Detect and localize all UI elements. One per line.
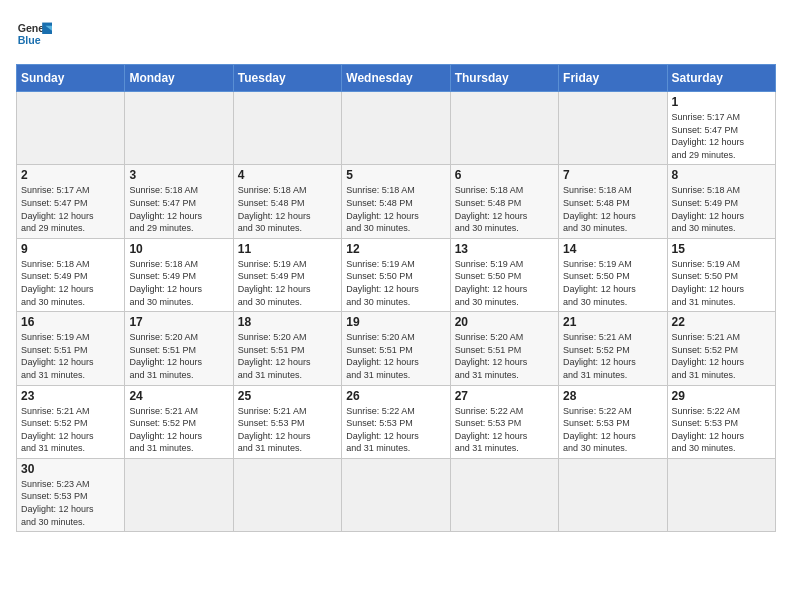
calendar-cell-3-6: 22Sunrise: 5:21 AMSunset: 5:52 PMDayligh…: [667, 312, 775, 385]
calendar-cell-4-5: 28Sunrise: 5:22 AMSunset: 5:53 PMDayligh…: [559, 385, 667, 458]
header-cell-sunday: Sunday: [17, 65, 125, 92]
calendar-cell-0-1: [125, 92, 233, 165]
day-number: 2: [21, 168, 120, 182]
day-number: 4: [238, 168, 337, 182]
day-info: Sunrise: 5:21 AMSunset: 5:52 PMDaylight:…: [672, 331, 771, 381]
header-cell-wednesday: Wednesday: [342, 65, 450, 92]
day-info: Sunrise: 5:17 AMSunset: 5:47 PMDaylight:…: [672, 111, 771, 161]
calendar-cell-1-1: 3Sunrise: 5:18 AMSunset: 5:47 PMDaylight…: [125, 165, 233, 238]
day-number: 30: [21, 462, 120, 476]
day-number: 29: [672, 389, 771, 403]
calendar-cell-3-1: 17Sunrise: 5:20 AMSunset: 5:51 PMDayligh…: [125, 312, 233, 385]
day-info: Sunrise: 5:22 AMSunset: 5:53 PMDaylight:…: [672, 405, 771, 455]
calendar-cell-4-6: 29Sunrise: 5:22 AMSunset: 5:53 PMDayligh…: [667, 385, 775, 458]
day-number: 21: [563, 315, 662, 329]
calendar-week-3: 16Sunrise: 5:19 AMSunset: 5:51 PMDayligh…: [17, 312, 776, 385]
day-number: 12: [346, 242, 445, 256]
calendar-cell-4-1: 24Sunrise: 5:21 AMSunset: 5:52 PMDayligh…: [125, 385, 233, 458]
day-number: 5: [346, 168, 445, 182]
calendar-cell-2-6: 15Sunrise: 5:19 AMSunset: 5:50 PMDayligh…: [667, 238, 775, 311]
day-number: 10: [129, 242, 228, 256]
day-number: 25: [238, 389, 337, 403]
calendar-week-1: 2Sunrise: 5:17 AMSunset: 5:47 PMDaylight…: [17, 165, 776, 238]
day-number: 23: [21, 389, 120, 403]
calendar-cell-2-4: 13Sunrise: 5:19 AMSunset: 5:50 PMDayligh…: [450, 238, 558, 311]
calendar-cell-1-4: 6Sunrise: 5:18 AMSunset: 5:48 PMDaylight…: [450, 165, 558, 238]
calendar-cell-5-0: 30Sunrise: 5:23 AMSunset: 5:53 PMDayligh…: [17, 458, 125, 531]
calendar-cell-0-0: [17, 92, 125, 165]
calendar-cell-5-3: [342, 458, 450, 531]
day-info: Sunrise: 5:17 AMSunset: 5:47 PMDaylight:…: [21, 184, 120, 234]
calendar-cell-3-5: 21Sunrise: 5:21 AMSunset: 5:52 PMDayligh…: [559, 312, 667, 385]
calendar-cell-5-6: [667, 458, 775, 531]
day-number: 22: [672, 315, 771, 329]
day-info: Sunrise: 5:19 AMSunset: 5:50 PMDaylight:…: [346, 258, 445, 308]
day-number: 7: [563, 168, 662, 182]
day-info: Sunrise: 5:18 AMSunset: 5:48 PMDaylight:…: [455, 184, 554, 234]
day-info: Sunrise: 5:22 AMSunset: 5:53 PMDaylight:…: [563, 405, 662, 455]
logo: General Blue: [16, 16, 52, 52]
calendar-week-2: 9Sunrise: 5:18 AMSunset: 5:49 PMDaylight…: [17, 238, 776, 311]
day-info: Sunrise: 5:18 AMSunset: 5:49 PMDaylight:…: [672, 184, 771, 234]
day-number: 6: [455, 168, 554, 182]
day-info: Sunrise: 5:18 AMSunset: 5:48 PMDaylight:…: [238, 184, 337, 234]
day-info: Sunrise: 5:19 AMSunset: 5:50 PMDaylight:…: [563, 258, 662, 308]
calendar-cell-5-4: [450, 458, 558, 531]
header-cell-monday: Monday: [125, 65, 233, 92]
header-row: SundayMondayTuesdayWednesdayThursdayFrid…: [17, 65, 776, 92]
calendar-cell-4-4: 27Sunrise: 5:22 AMSunset: 5:53 PMDayligh…: [450, 385, 558, 458]
calendar-cell-4-2: 25Sunrise: 5:21 AMSunset: 5:53 PMDayligh…: [233, 385, 341, 458]
calendar-cell-3-3: 19Sunrise: 5:20 AMSunset: 5:51 PMDayligh…: [342, 312, 450, 385]
day-number: 11: [238, 242, 337, 256]
calendar-cell-2-1: 10Sunrise: 5:18 AMSunset: 5:49 PMDayligh…: [125, 238, 233, 311]
calendar-cell-1-0: 2Sunrise: 5:17 AMSunset: 5:47 PMDaylight…: [17, 165, 125, 238]
day-number: 26: [346, 389, 445, 403]
header-cell-saturday: Saturday: [667, 65, 775, 92]
day-number: 13: [455, 242, 554, 256]
calendar-cell-4-0: 23Sunrise: 5:21 AMSunset: 5:52 PMDayligh…: [17, 385, 125, 458]
day-info: Sunrise: 5:19 AMSunset: 5:50 PMDaylight:…: [455, 258, 554, 308]
day-info: Sunrise: 5:18 AMSunset: 5:48 PMDaylight:…: [563, 184, 662, 234]
calendar-cell-3-2: 18Sunrise: 5:20 AMSunset: 5:51 PMDayligh…: [233, 312, 341, 385]
calendar-cell-5-1: [125, 458, 233, 531]
day-info: Sunrise: 5:23 AMSunset: 5:53 PMDaylight:…: [21, 478, 120, 528]
day-info: Sunrise: 5:19 AMSunset: 5:51 PMDaylight:…: [21, 331, 120, 381]
calendar-week-4: 23Sunrise: 5:21 AMSunset: 5:52 PMDayligh…: [17, 385, 776, 458]
calendar-cell-2-2: 11Sunrise: 5:19 AMSunset: 5:49 PMDayligh…: [233, 238, 341, 311]
calendar-cell-4-3: 26Sunrise: 5:22 AMSunset: 5:53 PMDayligh…: [342, 385, 450, 458]
calendar-cell-1-2: 4Sunrise: 5:18 AMSunset: 5:48 PMDaylight…: [233, 165, 341, 238]
day-info: Sunrise: 5:21 AMSunset: 5:52 PMDaylight:…: [129, 405, 228, 455]
day-number: 9: [21, 242, 120, 256]
calendar-cell-1-5: 7Sunrise: 5:18 AMSunset: 5:48 PMDaylight…: [559, 165, 667, 238]
day-number: 24: [129, 389, 228, 403]
day-number: 8: [672, 168, 771, 182]
calendar-cell-1-6: 8Sunrise: 5:18 AMSunset: 5:49 PMDaylight…: [667, 165, 775, 238]
day-info: Sunrise: 5:18 AMSunset: 5:47 PMDaylight:…: [129, 184, 228, 234]
day-info: Sunrise: 5:21 AMSunset: 5:52 PMDaylight:…: [563, 331, 662, 381]
calendar-cell-5-5: [559, 458, 667, 531]
day-info: Sunrise: 5:20 AMSunset: 5:51 PMDaylight:…: [455, 331, 554, 381]
calendar-cell-0-4: [450, 92, 558, 165]
day-number: 1: [672, 95, 771, 109]
calendar-header: SundayMondayTuesdayWednesdayThursdayFrid…: [17, 65, 776, 92]
header-cell-thursday: Thursday: [450, 65, 558, 92]
calendar-cell-3-0: 16Sunrise: 5:19 AMSunset: 5:51 PMDayligh…: [17, 312, 125, 385]
day-info: Sunrise: 5:18 AMSunset: 5:49 PMDaylight:…: [21, 258, 120, 308]
day-number: 17: [129, 315, 228, 329]
calendar-week-0: 1Sunrise: 5:17 AMSunset: 5:47 PMDaylight…: [17, 92, 776, 165]
day-info: Sunrise: 5:22 AMSunset: 5:53 PMDaylight:…: [455, 405, 554, 455]
logo-icon: General Blue: [16, 16, 52, 52]
calendar-cell-0-2: [233, 92, 341, 165]
calendar-cell-0-5: [559, 92, 667, 165]
calendar-body: 1Sunrise: 5:17 AMSunset: 5:47 PMDaylight…: [17, 92, 776, 532]
header-cell-tuesday: Tuesday: [233, 65, 341, 92]
day-number: 28: [563, 389, 662, 403]
day-info: Sunrise: 5:18 AMSunset: 5:48 PMDaylight:…: [346, 184, 445, 234]
day-info: Sunrise: 5:19 AMSunset: 5:49 PMDaylight:…: [238, 258, 337, 308]
day-number: 14: [563, 242, 662, 256]
day-number: 3: [129, 168, 228, 182]
svg-text:Blue: Blue: [18, 34, 41, 46]
calendar-cell-2-5: 14Sunrise: 5:19 AMSunset: 5:50 PMDayligh…: [559, 238, 667, 311]
day-info: Sunrise: 5:19 AMSunset: 5:50 PMDaylight:…: [672, 258, 771, 308]
day-number: 19: [346, 315, 445, 329]
